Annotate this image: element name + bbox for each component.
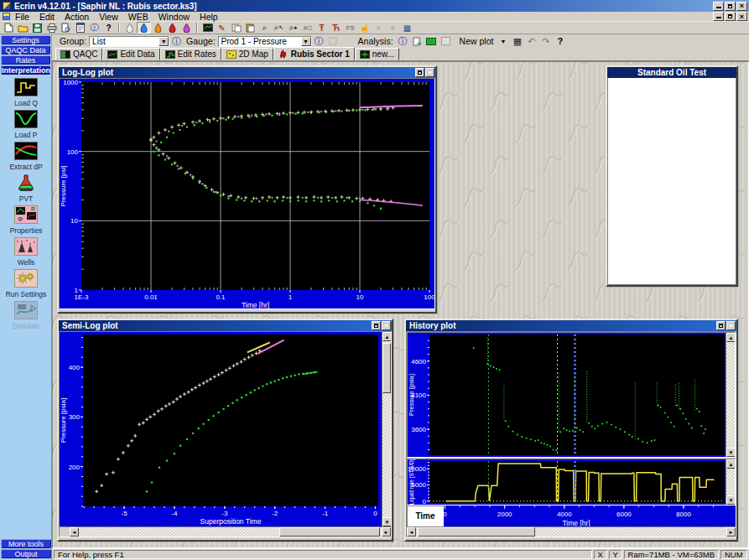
display-icon[interactable] xyxy=(200,22,215,34)
scroll-up-icon[interactable]: ▲ xyxy=(382,332,392,341)
gauge-combobox[interactable]: Prod 1 - Pressure ▼ xyxy=(218,36,312,47)
droplet-red-icon[interactable] xyxy=(165,22,179,34)
analysis-green-icon[interactable] xyxy=(425,35,438,47)
more-tools-button[interactable]: More tools xyxy=(1,539,51,548)
scroll-up-icon[interactable]: ▲ xyxy=(726,459,736,469)
loglog-titlebar[interactable]: Log-Log plot × xyxy=(59,67,435,78)
analysis-info-icon[interactable]: ⓘ xyxy=(397,35,409,47)
copy-icon[interactable] xyxy=(229,22,243,34)
gauge-extra-icon[interactable] xyxy=(327,35,340,47)
context-help-icon[interactable]: ? xyxy=(554,35,566,47)
scroll-down-icon[interactable]: ▼ xyxy=(382,517,392,526)
time-axis-selector[interactable]: Time xyxy=(407,506,444,527)
semilog-close-button[interactable]: × xyxy=(382,321,391,330)
redo-icon[interactable]: ↷ xyxy=(539,35,552,47)
loglog-chart[interactable]: 1E-30.010.11101001101001000Time [hr]Pres… xyxy=(60,79,434,309)
save-icon[interactable] xyxy=(30,22,44,34)
print-preview-icon[interactable] xyxy=(59,22,73,34)
menu-help[interactable]: Help xyxy=(195,12,223,22)
tool-simulate[interactable]: Simulate xyxy=(0,301,52,330)
semilog-vscrollbar[interactable]: ▲ ▼ xyxy=(382,332,391,526)
zoom-prev-icon[interactable]: ⌕ xyxy=(372,22,386,34)
scroll-down-icon[interactable]: ▼ xyxy=(726,495,736,505)
history-close-button[interactable]: × xyxy=(726,321,736,330)
zoom-in-icon[interactable]: ⌕+ xyxy=(286,22,300,34)
scroll-up-icon[interactable]: ▲ xyxy=(726,333,736,342)
history-restore-button[interactable] xyxy=(716,321,726,330)
menu-web[interactable]: WEB xyxy=(123,12,153,22)
new-file-icon[interactable] xyxy=(2,22,16,34)
loglog-restore-button[interactable] xyxy=(415,68,424,77)
sidebar-item-settings[interactable]: Settings xyxy=(1,35,50,44)
tool-properties[interactable]: ΦR Properties xyxy=(0,205,52,235)
tab-2d-map[interactable]: 2D Map xyxy=(221,48,273,60)
red-tool-1-icon[interactable]: Ŧ xyxy=(315,22,329,34)
new-plot-button[interactable]: New plot xyxy=(460,36,494,46)
document-icon[interactable] xyxy=(3,13,10,20)
tool-load-p[interactable]: Load P xyxy=(0,110,52,139)
gauge-info-icon[interactable]: ⓘ xyxy=(313,35,325,47)
tool-pvt[interactable]: PVT xyxy=(0,174,52,203)
hand-grab-icon[interactable]: ☝ xyxy=(357,22,372,34)
tab-qaqc[interactable]: QAQC xyxy=(55,48,102,60)
plot-grid-icon[interactable]: ▦ xyxy=(511,35,523,47)
history-titlebar[interactable]: History plot × xyxy=(406,320,736,331)
print-icon[interactable] xyxy=(44,22,59,34)
scroll-right-icon[interactable]: ► xyxy=(726,527,736,537)
tool-run-settings[interactable]: Run Settings xyxy=(0,269,52,298)
report-titlebar[interactable]: Standard Oil Test xyxy=(607,67,736,78)
tool-wells[interactable]: Wells xyxy=(0,237,52,267)
gauge-dropdown-icon[interactable]: ▼ xyxy=(301,37,311,46)
report-body[interactable] xyxy=(607,78,736,285)
menu-window[interactable]: Window xyxy=(153,12,195,22)
droplet-outline-icon[interactable] xyxy=(122,22,137,34)
edit-pencil-icon[interactable]: ✎ xyxy=(215,22,229,34)
sidebar-item-rates[interactable]: Rates xyxy=(1,55,50,65)
grid-settings-icon[interactable]: ▦ xyxy=(400,22,414,34)
droplet-magenta-icon[interactable] xyxy=(179,22,194,34)
analysis-export-icon[interactable] xyxy=(411,35,424,47)
doc-restore-button[interactable] xyxy=(725,12,736,21)
menu-edit[interactable]: Edit xyxy=(34,12,60,22)
pressure-vscrollbar[interactable]: ▲ ▼ xyxy=(726,333,735,457)
red-tool-2-icon[interactable]: Ћ xyxy=(329,22,343,34)
doc-minimize-button[interactable] xyxy=(713,12,724,21)
tab-new[interactable]: new... xyxy=(355,48,399,60)
droplet-blue-icon[interactable] xyxy=(137,22,151,34)
history-hscrollbar[interactable]: ◄ ► xyxy=(407,526,736,537)
sidebar-item-qaqc-data[interactable]: QAQC Data xyxy=(1,45,50,54)
zoom-out-icon[interactable]: ⌕ xyxy=(257,22,272,34)
group-info-icon[interactable]: ⓘ xyxy=(170,35,183,47)
zoom-cursor-icon[interactable]: ⌕↖ xyxy=(272,22,286,34)
scroll-down-icon[interactable]: ▼ xyxy=(726,448,736,457)
scroll-right-icon[interactable]: ► xyxy=(382,527,391,537)
help-icon[interactable]: ? xyxy=(101,22,116,34)
tab-rubis-sector-1[interactable]: Rubis Sector 1 xyxy=(273,47,355,60)
loglog-close-button[interactable]: × xyxy=(425,68,434,77)
report-page-icon[interactable] xyxy=(73,22,87,34)
semilog-restore-button[interactable] xyxy=(372,321,381,330)
new-plot-dropdown-icon[interactable]: ▼ xyxy=(497,35,509,47)
tab-edit-data[interactable]: Edit Data xyxy=(102,48,159,60)
zoom-next-icon[interactable]: ⌕ xyxy=(386,22,400,34)
semilog-titlebar[interactable]: Semi-Log plot × xyxy=(59,320,392,331)
minimize-button[interactable] xyxy=(713,2,724,11)
tool-extract-dp[interactable]: Extract dP xyxy=(0,142,52,171)
undo-icon[interactable]: ↶ xyxy=(525,35,538,47)
menu-view[interactable]: View xyxy=(94,12,123,22)
droplet-orange-icon[interactable] xyxy=(151,22,165,34)
zoom-grid-icon[interactable]: ⌕□ xyxy=(300,22,315,34)
scroll-left-icon[interactable]: ◄ xyxy=(407,527,416,537)
rate-vscrollbar[interactable]: ▲ ▼ xyxy=(726,459,735,505)
semilog-hscrollbar[interactable]: ◄ ► xyxy=(60,526,391,537)
scroll-left-icon[interactable]: ◄ xyxy=(70,527,79,537)
f5-icon[interactable]: F5 xyxy=(343,22,357,34)
history-pressure-chart[interactable]: 360041004600Pressure [psia] xyxy=(408,333,726,457)
tool-load-q[interactable]: Load Q xyxy=(0,78,52,107)
menu-file[interactable]: File xyxy=(10,12,34,22)
restore-button[interactable] xyxy=(725,2,736,11)
group-dropdown-icon[interactable]: ▼ xyxy=(159,37,169,46)
history-rate-chart[interactable]: 0500010000Liquid rate [STB/D] xyxy=(408,459,726,505)
sidebar-item-interpretation[interactable]: Interpretation xyxy=(1,65,50,75)
tab-edit-rates[interactable]: Edit Rates xyxy=(160,48,221,60)
